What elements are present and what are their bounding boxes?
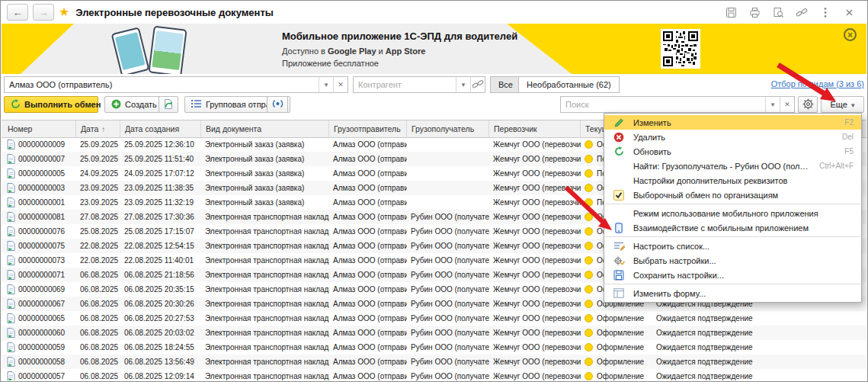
column-header-num[interactable]: Номер (5, 120, 76, 137)
cell-value: Электронная транспортная накладная (205, 256, 329, 265)
menu-item-3[interactable]: ОбновитьF5 (604, 144, 861, 159)
document-icon (7, 154, 15, 164)
column-header-created[interactable]: Дата создания (122, 120, 201, 137)
more-icon[interactable] (819, 6, 831, 18)
menu-item-8[interactable]: Взаимодействие с мобильным приложением (604, 220, 861, 235)
search-input[interactable] (561, 97, 765, 112)
clear-button[interactable]: ✕ (333, 77, 348, 92)
column-header-label: Грузополучатель (412, 124, 474, 133)
cell-doctype: Электронная транспортная накладная (203, 355, 329, 369)
delete-icon (613, 131, 625, 143)
menu-item-label: Настроить список... (633, 242, 709, 251)
cell-receiver: Рубин ООО (получатель) (408, 369, 489, 380)
clear-button[interactable]: ✕ (780, 97, 794, 112)
cell-value: Жемчуг ООО (перевозчик) (493, 314, 581, 323)
settings-button[interactable] (798, 96, 818, 113)
cell-sender: Алмаз ООО (отправите... (331, 282, 407, 297)
google-play-label: Google Play (328, 47, 376, 56)
menu-item-4[interactable]: Найти: Грузополучатель - Рубин ООО (полу… (604, 159, 861, 173)
table-row[interactable]: 0000000005906.08.202506.08.2025 18:24:55… (2, 340, 866, 355)
column-header-label: Номер (8, 124, 32, 133)
menu-item-12[interactable]: Изменить форму... (604, 286, 861, 300)
dropdown-button[interactable]: ▾ (319, 77, 333, 92)
cell-value: Оформление (597, 372, 644, 380)
cell-num: 00000000071 (5, 268, 76, 282)
menu-item-10[interactable]: Выбрать настройки... (604, 253, 861, 268)
cell-value: Электронная транспортная накладная (205, 358, 329, 366)
status-dot (585, 184, 593, 192)
cell-status: Оформление (582, 326, 652, 340)
cell-value: 00000000007 (18, 155, 65, 163)
preview-icon[interactable] (772, 6, 784, 18)
menu-item-1[interactable]: ИзменитьF2 (604, 115, 861, 130)
open-link-button[interactable] (470, 77, 485, 92)
cell-value: Рубин ООО (получатель) (411, 329, 489, 337)
cell-sender: Алмаз ООО (отправите... (331, 224, 407, 239)
cell-num: 00000000069 (5, 282, 76, 297)
cell-sender: Алмаз ООО (отправите... (331, 166, 407, 181)
counterparty-input[interactable] (354, 77, 456, 92)
save-icon[interactable] (725, 6, 737, 18)
tab-all[interactable]: Все (490, 76, 521, 93)
cell-value: Алмаз ООО (отправите... (333, 256, 407, 265)
dropdown-button[interactable]: ▾ (456, 77, 470, 92)
menu-item-label: Сохранить настройки... (633, 271, 724, 280)
cell-value: 24.09.2025 17:07:12 (124, 169, 194, 178)
table-row[interactable]: 0000000005706.08.202506.08.2025 12:09:14… (2, 369, 866, 380)
menu-item-label: Изменить форму... (633, 289, 706, 298)
cell-value: Рубин ООО (получатель) (411, 358, 489, 366)
cell-value: 06.08.2025 (80, 329, 118, 337)
menu-item-11[interactable]: Сохранить настройки... (604, 268, 861, 282)
cell-date: 06.08.2025 (78, 340, 120, 355)
cell-created: 06.08.2025 20:30:26 (122, 297, 201, 311)
print-icon[interactable] (748, 6, 761, 18)
close-icon[interactable] (843, 6, 855, 18)
menu-item-6[interactable]: Выборочный обмен по организациям (604, 188, 861, 202)
cell-value: 06.08.2025 20:03:02 (124, 329, 194, 337)
filter-by-kind-link[interactable]: Отбор по видам (3 из 6) (771, 79, 864, 88)
copy-icon (163, 98, 174, 111)
cell-receiver: Рубин ООО (получатель) (408, 311, 489, 326)
menu-item-2[interactable]: УдалитьDel (604, 130, 861, 144)
menu-item-9[interactable]: Настроить список... (604, 239, 861, 253)
cell-value: Электронная транспортная накладная (205, 329, 329, 337)
cell-value: 06.08.2025 12:09:14 (124, 372, 194, 380)
favorite-star-icon[interactable]: ★ (59, 6, 69, 18)
more-button[interactable]: Еще (821, 96, 864, 113)
menu-item-5[interactable]: Настройки дополнительных реквизитов (604, 173, 861, 188)
column-header-doctype[interactable]: Вид документа (203, 120, 329, 137)
column-header-sender[interactable]: Грузоотправитель (331, 120, 407, 137)
cell-value: 25.09.2025 12:36:10 (124, 140, 194, 149)
cell-doctype: Электронная транспортная накладная (203, 253, 329, 268)
cell-value: Электронная транспортная накладная (205, 242, 329, 250)
cell-doctype: Электронная транспортная накладная (203, 326, 329, 340)
refresh-icon (11, 99, 21, 111)
link-icon[interactable] (796, 6, 808, 18)
cell-value: Рубин ООО (получатель) (411, 314, 489, 323)
table-row[interactable]: 0000000006006.08.202506.08.2025 20:03:02… (2, 326, 866, 340)
column-header-date[interactable]: Дата↑ (78, 120, 120, 137)
column-header-receiver[interactable]: Грузополучатель (408, 120, 489, 137)
column-header-carrier[interactable]: Перевозчик (491, 120, 581, 137)
chevron-down-icon: ▾ (462, 81, 466, 88)
cell-num: 00000000057 (5, 369, 76, 380)
run-exchange-button[interactable]: Выполнить обмен (4, 96, 98, 113)
tab-unprocessed[interactable]: Необработанные (62) (518, 76, 620, 93)
organization-input[interactable] (5, 77, 319, 92)
cell-value: 00000000071 (18, 271, 65, 279)
cell-receiver: Рубин ООО (получатель) (408, 253, 489, 268)
copy-document-button[interactable] (159, 96, 178, 113)
cell-value: 00000000067 (18, 300, 65, 308)
document-icon (7, 169, 15, 178)
menu-item-7[interactable]: Режим использование мобильного приложени… (604, 206, 861, 220)
status-dot (585, 227, 593, 236)
cell-value: 00000000065 (18, 314, 65, 323)
exchange-status-button[interactable] (267, 96, 288, 113)
table-row[interactable]: 0000000005806.08.202506.08.2025 13:56:49… (2, 355, 866, 369)
banner-close-button[interactable]: × (844, 28, 857, 41)
table-row[interactable]: 0000000006506.08.202506.08.2025 20:27:53… (2, 311, 866, 326)
forward-button[interactable]: → (33, 4, 54, 21)
back-button[interactable]: ← (7, 4, 28, 21)
dropdown-button[interactable]: ▾ (765, 97, 780, 112)
menu-item-shortcut: Ctrl+Alt+F (810, 162, 854, 170)
